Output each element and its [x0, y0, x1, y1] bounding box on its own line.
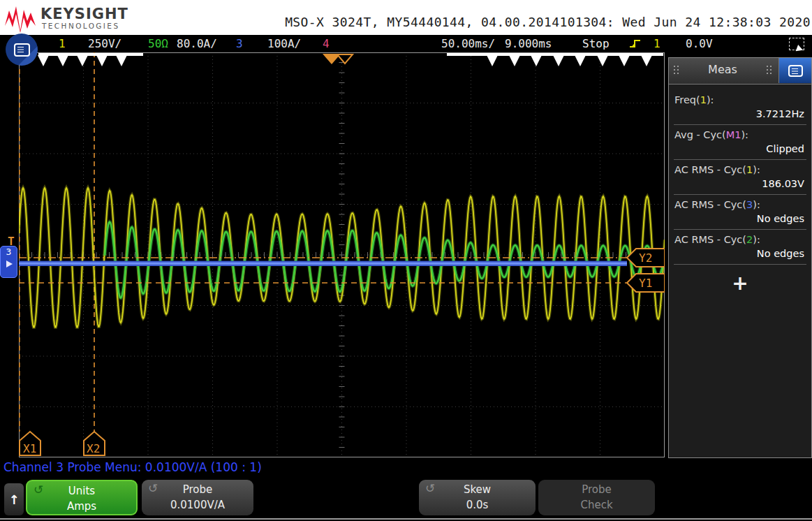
zoom-region-icon[interactable]: [789, 38, 804, 50]
trigger-edge-icon[interactable]: [629, 38, 642, 50]
oscilloscope-screen: KEYSIGHT TECHNOLOGIES MSO-X 3024T, MY544…: [0, 0, 812, 521]
keysight-logo-icon: [4, 3, 36, 33]
measurement-panel: Meas Freq(1): 3.7212Hz Avg - Cyc(M1): Cl…: [668, 57, 812, 458]
trigger-source[interactable]: 1: [654, 35, 660, 52]
meas-value: No edges: [674, 212, 806, 230]
meas-item-acrms-ch1[interactable]: AC RMS - Cyc(1): 186.03V: [674, 163, 806, 195]
ch1-scale[interactable]: 250V/: [88, 35, 121, 52]
center-axis-ticks: [32, 63, 652, 448]
softkey-menu-title: Channel 3 Probe Menu: 0.0100V/A (100 : 1…: [3, 460, 262, 474]
meas-channel-tag: 3: [746, 199, 753, 210]
timebase-delay[interactable]: 9.000ms: [505, 35, 552, 52]
ch2-impedance[interactable]: 50Ω: [148, 35, 168, 52]
meas-channel-tag: 2: [746, 234, 753, 245]
meas-item-acrms-ch3[interactable]: AC RMS - Cyc(3): No edges: [674, 198, 806, 230]
cursor-x1-tag-label: X1: [23, 442, 36, 455]
ch1-number[interactable]: 1: [59, 35, 66, 52]
add-measurement-button[interactable]: +: [674, 272, 806, 295]
status-bar: 1 250V/ 50Ω 80.0A/ 3 100A/ 4 50.00ms/ 9.…: [0, 35, 812, 52]
hamburger-icon: [14, 43, 30, 57]
ground-arrow-icon: [6, 260, 16, 267]
brand-name: KEYSIGHT: [40, 6, 128, 22]
cursor-y2-tag-label: Y2: [639, 251, 652, 265]
ch3-waveform: [19, 261, 627, 267]
meas-value: 3.7212Hz: [674, 107, 806, 125]
measurement-panel-title: Meas: [669, 63, 776, 76]
trigger-level[interactable]: 0.0V: [686, 35, 713, 52]
drag-grip-icon[interactable]: [767, 66, 772, 74]
hamburger-icon: [788, 65, 803, 77]
timebase-scale[interactable]: 50.00ms/: [441, 35, 495, 52]
main-menu-button[interactable]: [6, 34, 38, 66]
measurement-list: Freq(1): 3.7212Hz Avg - Cyc(M1): Clipped…: [669, 85, 811, 295]
instrument-info: MSO-X 3024T, MY54440144, 04.00.201410130…: [285, 15, 811, 29]
back-button[interactable]: ↑: [4, 483, 24, 515]
ch3-ground-marker[interactable]: 3: [0, 246, 17, 278]
meas-item-avg-cyc[interactable]: Avg - Cyc(M1): Clipped: [674, 129, 806, 160]
softkey-skew[interactable]: ↺ Skew 0.0s: [419, 480, 536, 515]
ch2-scale[interactable]: 80.0A/: [177, 35, 217, 52]
ch3-scale[interactable]: 100A/: [267, 35, 301, 52]
bottom-divider: [0, 518, 812, 520]
meas-channel-tag: M1: [726, 129, 741, 140]
top-header: KEYSIGHT TECHNOLOGIES MSO-X 3024T, MY544…: [0, 0, 812, 35]
rotate-knob-icon: ↺: [34, 483, 43, 497]
brand-subname: TECHNOLOGIES: [42, 22, 119, 30]
cursor-x2-tag-label: X2: [87, 442, 100, 455]
acquisition-state[interactable]: Stop: [582, 35, 610, 52]
cursor-y1-tag-label: Y1: [639, 277, 652, 290]
meas-channel-tag: 1: [746, 164, 753, 175]
meas-item-acrms-ch2[interactable]: AC RMS - Cyc(2): No edges: [674, 233, 806, 265]
softkey-units[interactable]: ↺ Units Amps: [26, 480, 138, 515]
measurement-menu-button[interactable]: [778, 58, 811, 83]
softkey-probe-check: Probe Check: [538, 480, 655, 515]
softkey-probe[interactable]: ↺ Probe 0.0100V/A: [142, 480, 253, 515]
rotate-knob-icon: ↺: [148, 481, 158, 495]
ch3-ground-label: 3: [6, 247, 12, 258]
meas-value: No edges: [674, 247, 806, 265]
meas-value: Clipped: [674, 142, 806, 160]
meas-value: 186.03V: [674, 177, 806, 195]
waveform-display: Y2Y1X1X2: [19, 52, 665, 457]
meas-item-freq[interactable]: Freq(1): 3.7212Hz: [674, 94, 806, 125]
ch3-number[interactable]: 3: [236, 35, 243, 52]
measurement-panel-header[interactable]: Meas: [669, 58, 811, 85]
meas-channel-tag: 1: [700, 94, 707, 105]
ch4-number[interactable]: 4: [323, 35, 330, 52]
rotate-knob-icon: ↺: [425, 481, 435, 495]
